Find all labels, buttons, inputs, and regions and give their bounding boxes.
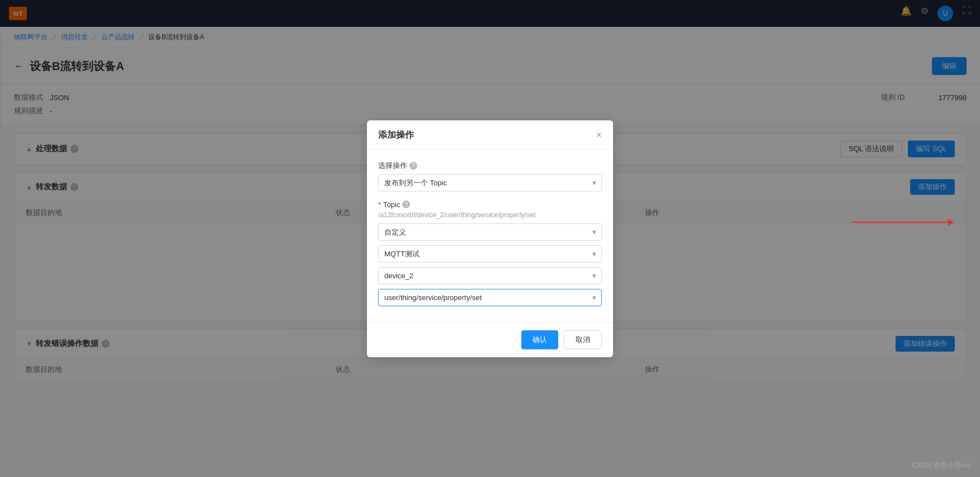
modal-body: 选择操作 ? 发布到另一个 Topic ▾ * Topic ? /a12fcmi…: [367, 149, 613, 322]
mqtt-select[interactable]: MQTT测试: [378, 245, 602, 263]
select-action-field: 选择操作 ? 发布到另一个 Topic ▾: [378, 161, 602, 191]
select-action-label: 选择操作 ?: [378, 161, 602, 171]
topic-help-icon[interactable]: ?: [402, 200, 410, 208]
cancel-button[interactable]: 取消: [564, 330, 602, 349]
confirm-button[interactable]: 确认: [521, 330, 558, 349]
path-input[interactable]: [378, 289, 602, 306]
action-select[interactable]: 发布到另一个 Topic: [378, 174, 602, 191]
modal-header: 添加操作 ×: [367, 120, 613, 149]
select-action-label-text: 选择操作: [378, 161, 407, 171]
modal: 添加操作 × 选择操作 ? 发布到另一个 Topic ▾: [367, 120, 613, 357]
topic-label-text: Topic: [383, 200, 400, 209]
topic-label: * Topic ?: [378, 200, 602, 209]
modal-overlay: 添加操作 × 选择操作 ? 发布到另一个 Topic ▾: [0, 0, 980, 477]
device-select[interactable]: device_2: [378, 267, 602, 284]
topic-field: * Topic ? /a12fcmiorbf/device_2/user/thi…: [378, 200, 602, 306]
select-action-help-icon[interactable]: ?: [409, 162, 417, 170]
red-arrow-indicator: [852, 222, 953, 223]
modal-title: 添加操作: [378, 129, 414, 141]
topic-hint: /a12fcmiorbf/device_2/user/thing/service…: [378, 211, 602, 219]
watermark: CSDN @墨小羽ovo: [912, 461, 971, 470]
custom-select[interactable]: 自定义: [378, 223, 602, 241]
modal-footer: 确认 取消: [367, 322, 613, 357]
modal-close-button[interactable]: ×: [596, 130, 602, 140]
